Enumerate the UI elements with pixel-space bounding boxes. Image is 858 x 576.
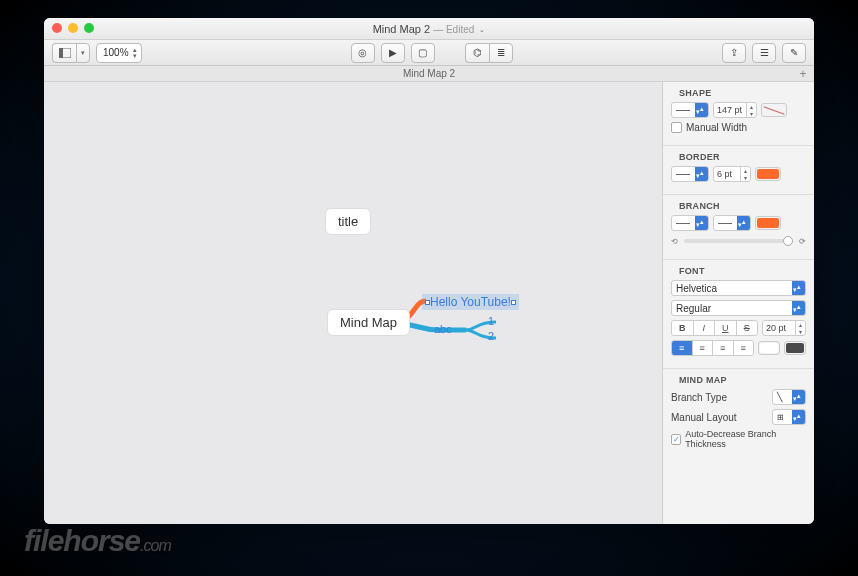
- node-main-text: Mind Map: [340, 315, 397, 330]
- node-title[interactable]: title: [325, 208, 371, 235]
- chevron-updown-icon: [695, 167, 708, 181]
- add-tab-button[interactable]: +: [796, 67, 810, 81]
- record-button[interactable]: ▶: [381, 43, 405, 63]
- underline-button[interactable]: U: [715, 321, 737, 335]
- tab-label[interactable]: Mind Map 2: [403, 68, 455, 79]
- branch-type-select[interactable]: ╲: [772, 389, 806, 405]
- maximize-icon[interactable]: [84, 23, 94, 33]
- tab-bar: Mind Map 2 +: [44, 66, 814, 82]
- strike-button[interactable]: S: [737, 321, 758, 335]
- share-button[interactable]: ⇪: [722, 43, 746, 63]
- no-color-icon: [763, 105, 785, 115]
- manual-layout-select[interactable]: ⊞: [772, 409, 806, 425]
- line-icon: [676, 174, 690, 175]
- layout-group: ⌬ ≣: [465, 43, 513, 63]
- branch-style-select[interactable]: [671, 215, 709, 231]
- section-mindmap-header: MIND MAP: [671, 369, 806, 389]
- section-shape-header: SHAPE: [671, 82, 806, 102]
- inspector-button[interactable]: ☰: [752, 43, 776, 63]
- border-width-stepper[interactable]: 6 pt▴▾: [713, 166, 751, 182]
- align-center-button[interactable]: ≡: [693, 341, 714, 355]
- zoom-select[interactable]: 100% ▴▾: [96, 43, 142, 63]
- help-button[interactable]: ✎: [782, 43, 806, 63]
- chevron-down-icon: ▾: [81, 49, 85, 57]
- shape-style-select[interactable]: [671, 102, 709, 118]
- target-button[interactable]: ◎: [351, 43, 375, 63]
- chevron-updown-icon: [792, 390, 805, 404]
- line-icon: [718, 223, 732, 224]
- node-2[interactable]: 2: [488, 330, 494, 342]
- font-family-value: Helvetica: [676, 283, 717, 294]
- stepper-buttons[interactable]: ▴▾: [795, 321, 805, 335]
- traffic-lights: [52, 23, 94, 33]
- border-style-select[interactable]: [671, 166, 709, 182]
- color-chip: [786, 343, 804, 353]
- branch-end-select[interactable]: [713, 215, 751, 231]
- chevron-updown-icon: [792, 410, 805, 424]
- align-left-button[interactable]: ≡: [672, 341, 693, 355]
- auto-decrease-label: Auto-Decrease Branch Thickness: [685, 429, 806, 449]
- font-style-select[interactable]: Regular: [671, 300, 806, 316]
- node-main[interactable]: Mind Map: [327, 309, 410, 336]
- canvas[interactable]: title Mind Map Hello YouTube! abc 1 2: [44, 82, 662, 524]
- line-icon: [676, 223, 690, 224]
- toolbar: ▾ 100% ▴▾ ◎ ▶ ▢ ⌬ ≣ ⇪ ☰ ✎: [44, 40, 814, 66]
- title-dropdown-icon[interactable]: ⌄: [479, 27, 485, 33]
- color-chip: [757, 218, 779, 228]
- font-family-select[interactable]: Helvetica: [671, 280, 806, 296]
- edited-indicator: — Edited: [433, 24, 474, 35]
- manual-width-checkbox[interactable]: [671, 122, 682, 133]
- image-icon: ▢: [418, 47, 427, 58]
- align-justify-button[interactable]: ≡: [734, 341, 754, 355]
- chevron-updown-icon: [695, 103, 708, 117]
- stepper-buttons[interactable]: ▴▾: [740, 167, 750, 181]
- svg-rect-1: [59, 48, 63, 58]
- note-icon: ✎: [790, 47, 798, 58]
- node-selected[interactable]: Hello YouTube!: [422, 294, 519, 310]
- line-icon: [676, 110, 690, 111]
- list-button[interactable]: ≣: [489, 43, 513, 63]
- title-text: Mind Map 2: [373, 23, 430, 35]
- slider-thumb[interactable]: [783, 236, 793, 246]
- sidebar-toggle-button[interactable]: [52, 43, 76, 63]
- color-chip: [760, 343, 778, 353]
- panel-icon: [59, 48, 71, 58]
- branch-thickness-slider[interactable]: [684, 239, 793, 243]
- font-style-value: Regular: [676, 303, 711, 314]
- outline-button[interactable]: ⌬: [465, 43, 489, 63]
- content-area: title Mind Map Hello YouTube! abc 1 2 SH…: [44, 82, 814, 524]
- text-bgcolor-swatch[interactable]: [784, 341, 806, 355]
- close-icon[interactable]: [52, 23, 62, 33]
- view-dropdown-button[interactable]: ▾: [76, 43, 90, 63]
- text-align-segment: ≡ ≡ ≡ ≡: [671, 340, 754, 356]
- node-1[interactable]: 1: [488, 315, 494, 327]
- chevron-updown-icon: [792, 301, 805, 315]
- align-right-button[interactable]: ≡: [713, 341, 734, 355]
- italic-button[interactable]: I: [694, 321, 716, 335]
- manual-width-label: Manual Width: [686, 122, 747, 133]
- minimize-icon[interactable]: [68, 23, 78, 33]
- view-group: ▾: [52, 43, 90, 63]
- section-branch: BRANCH ⟲ ⟳: [663, 195, 814, 260]
- image-button[interactable]: ▢: [411, 43, 435, 63]
- shape-color-swatch[interactable]: [761, 103, 787, 117]
- section-border: BORDER 6 pt▴▾: [663, 146, 814, 195]
- record-icon: ▶: [389, 47, 397, 58]
- shape-width-stepper[interactable]: 147 pt▴▾: [713, 102, 757, 118]
- bold-button[interactable]: B: [672, 321, 694, 335]
- link-icon: ⟲: [671, 237, 678, 246]
- branch-color-swatch[interactable]: [755, 216, 781, 230]
- chevron-updown-icon: [792, 281, 805, 295]
- border-color-swatch[interactable]: [755, 167, 781, 181]
- node-abc[interactable]: abc: [434, 323, 452, 335]
- auto-decrease-checkbox[interactable]: ✓: [671, 434, 681, 445]
- font-size-stepper[interactable]: 20 pt▴▾: [762, 320, 806, 336]
- watermark: filehorse.com: [24, 524, 171, 558]
- sliders-icon: ☰: [760, 47, 769, 58]
- selection-handle-right[interactable]: [511, 300, 516, 305]
- stepper-icon: ▴▾: [133, 47, 137, 59]
- section-shape: SHAPE 147 pt▴▾ Manual Width: [663, 82, 814, 146]
- text-color-swatch[interactable]: [758, 341, 780, 355]
- chevron-updown-icon: [695, 216, 708, 230]
- stepper-buttons[interactable]: ▴▾: [746, 103, 756, 117]
